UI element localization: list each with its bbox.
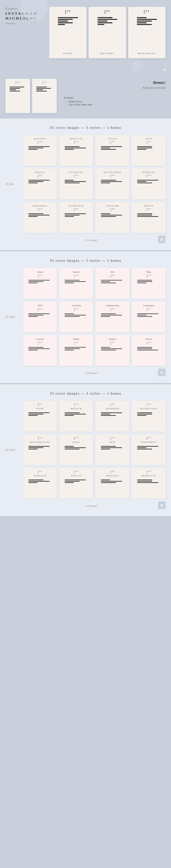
stark-style-label: 02. Stark xyxy=(5,448,15,451)
cover-card-wallpapers: WALLPAPERS xyxy=(96,169,129,199)
bonus-cards xyxy=(5,79,57,113)
dot-section-logo: H xyxy=(158,236,166,243)
cover-card-upcoming: UPCOMING xyxy=(60,169,93,199)
glow-card-blog: Blog xyxy=(132,268,166,299)
stark-card-masterclass: MASTERCLASS xyxy=(23,434,57,465)
dot-row-1: RECIPES SERVICES STYLE xyxy=(23,135,166,166)
stark-style-section: 35 cover images — 3 styles — 1 bonus 02.… xyxy=(0,384,171,516)
glow-section-logo: H xyxy=(158,369,166,376)
cover-card-wellness-dot: WELLNESS xyxy=(23,202,57,233)
stark-row-3: PODCAST POP-UP PROCESS xyxy=(23,468,166,499)
glow-style-section: 35 cover images — 3 styles — 1 bonus 01.… xyxy=(0,251,171,383)
glow-row-1: About Beauty Bio xyxy=(23,268,166,299)
glow-card-fashion: Fashion xyxy=(96,335,129,366)
cover-card-recipes: RECIPES xyxy=(23,135,57,166)
glow-row-3: Courses Drinks Fashion xyxy=(23,335,166,366)
stark-row-1: FOOD HEALTH INTERIOR xyxy=(23,401,166,432)
includes-item-1: blank cover xyxy=(64,100,166,103)
dot-row-3: WELLNESS WORKSHOP YOUTUBE xyxy=(23,202,166,233)
cover-card-about-dot: ABOUT xyxy=(132,202,166,233)
stark-card-pinterest: PINTEREST xyxy=(132,434,166,465)
stark-section-logo: H xyxy=(158,501,166,509)
glow-card-coaching: Coaching xyxy=(60,301,93,332)
bonus-subtitle: Add your own text xyxy=(60,86,166,89)
stark-card-process: PROCESS xyxy=(96,468,129,499)
bonus-card-1 xyxy=(5,79,30,113)
includes-item-2: list of free fonts used xyxy=(64,103,166,106)
bonus-title: Bonus! xyxy=(60,80,166,85)
stark-card-new: NEW xyxy=(96,434,129,465)
stark-card-health: HEALTH xyxy=(60,401,93,432)
cover-card-webinar: WEBINAR xyxy=(132,169,166,199)
cover-card-youtube: YOUTUBE xyxy=(96,202,129,233)
glow-card-community: Community xyxy=(132,301,166,332)
includes-list: Includes: blank cover list of free fonts… xyxy=(60,96,166,106)
glow-row-2: BTS Coaching Coming Soon xyxy=(23,301,166,332)
stark-card-podcast: PODCAST xyxy=(23,468,57,499)
cover-card-services: SERVICES xyxy=(60,135,93,166)
glow-style-label: 01. Glow xyxy=(5,315,15,319)
glow-section-title: 35 cover images — 3 styles — 1 bonus xyxy=(5,258,166,262)
glow-card-about: About xyxy=(23,268,57,299)
cover-card-tech: TECH xyxy=(132,135,166,166)
hero-card-wellness: WELLNESS xyxy=(128,7,166,58)
dot-section-title: 35 cover images — 3 styles — 1 bonus xyxy=(5,125,166,129)
dot-more-text: + 23 more! xyxy=(23,238,158,242)
hero-card-food: food xyxy=(49,7,87,58)
hero-subtitle: covers xyxy=(5,22,47,25)
stark-card-food: FOOD xyxy=(23,401,57,432)
hero-section: Zephyr INSTAGRAM highlight covers food xyxy=(0,0,171,75)
stark-row-2: MASTERCLASS NEWS NEW xyxy=(23,434,166,465)
glow-card-beauty: Beauty xyxy=(60,268,93,299)
glow-card-courses: Courses xyxy=(23,335,57,366)
stark-card-interior: INTERIOR xyxy=(96,401,129,432)
glow-card-bio: Bio xyxy=(96,268,129,299)
glow-card-bts: BTS xyxy=(23,301,57,332)
stark-card-popup: POP-UP xyxy=(60,468,93,499)
cover-card-travel: TRAVEL xyxy=(23,169,57,199)
bonus-info: Bonus! Add your own text xyxy=(60,79,166,89)
hero-cards: food RECIPES xyxy=(49,7,166,58)
bonus-section: Bonus! Add your own text Includes: blank… xyxy=(0,75,171,119)
bonus-card-2 xyxy=(32,79,57,113)
dot-style-section: 35 cover images — 3 styles — 1 bonus 03.… xyxy=(0,119,171,250)
glow-card-drinks: Drinks xyxy=(60,335,93,366)
stark-card-news: NEWS xyxy=(60,434,93,465)
hero-logo: H xyxy=(161,66,168,73)
dot-row-2: TRAVEL UPCOMING WALLPAPERS xyxy=(23,169,166,199)
cover-card-workshop: WORKSHOP xyxy=(60,202,93,233)
stark-card-products: PRODUCTS xyxy=(132,468,166,499)
includes-title: Includes: xyxy=(64,96,166,99)
glow-card-fitness: Fitness xyxy=(132,335,166,366)
hero-card-recipes: RECIPES xyxy=(89,7,126,58)
stark-card-interviews: INTERVIEWS xyxy=(132,401,166,432)
glow-card-coming-soon: Coming Soon xyxy=(96,301,129,332)
glow-more-text: + 23 more! xyxy=(23,371,158,375)
cover-card-style: STYLE xyxy=(96,135,129,166)
stark-more-text: + 23 more! xyxy=(23,504,158,508)
dot-style-label: 03. Dot xyxy=(5,183,14,186)
stark-section-title: 35 cover images — 3 styles — 1 bonus xyxy=(5,391,166,395)
